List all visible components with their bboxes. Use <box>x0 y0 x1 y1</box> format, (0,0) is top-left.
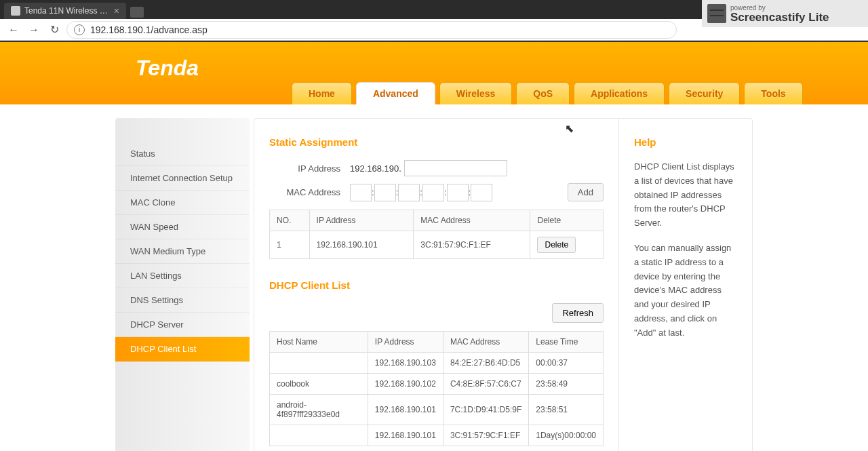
table-row: 192.168.190.1013C:91:57:9C:F1:EF1Day(s)0… <box>270 425 604 446</box>
table-row: 1192.168.190.1013C:91:57:9C:F1:EFDelete <box>270 231 604 259</box>
column-header: Lease Time <box>529 332 604 353</box>
ip-prefix: 192.168.190. <box>350 163 401 174</box>
sidebar: StatusInternet Connection SetupMAC Clone… <box>115 118 250 451</box>
main-panel: Static Assignment IP Address 192.168.190… <box>254 118 753 451</box>
mac-input-3[interactable] <box>398 184 420 201</box>
help-panel: Help DHCP Client List displays a list of… <box>619 119 752 451</box>
powered-by-text: powered by <box>730 5 829 12</box>
table-row: coolbook192.168.190.102C4:8E:8F:57:C6:C7… <box>270 374 604 395</box>
header-banner: Tenda HomeAdvancedWirelessQoSApplication… <box>0 41 868 104</box>
tenda-logo: Tenda <box>136 56 199 81</box>
main-content: Static Assignment IP Address 192.168.190… <box>254 119 619 451</box>
tab-advanced[interactable]: Advanced <box>356 82 435 104</box>
tab-home[interactable]: Home <box>292 82 352 104</box>
table-cell: 23:58:49 <box>529 374 604 395</box>
mac-input-2[interactable] <box>374 184 396 201</box>
dhcp-client-table: Host NameIP AddressMAC AddressLease Time… <box>269 331 604 446</box>
table-cell: 3C:91:57:9C:F1:EF <box>414 231 530 259</box>
sidebar-item-wan-medium-type[interactable]: WAN Medium Type <box>115 239 250 264</box>
sidebar-item-dns-settings[interactable]: DNS Settings <box>115 288 250 313</box>
delete-button[interactable]: Delete <box>537 237 576 253</box>
dhcp-list-title: DHCP Client List <box>269 279 604 291</box>
table-cell: 84:2E:27:B6:4D:D5 <box>443 353 528 374</box>
static-assignment-table: NO.IP AddressMAC AddressDelete 1192.168.… <box>269 210 604 259</box>
static-assignment-title: Static Assignment <box>269 136 604 148</box>
add-button[interactable]: Add <box>568 183 604 201</box>
table-cell: 192.168.190.102 <box>368 374 443 395</box>
table-row: 192.168.190.10384:2E:27:B6:4D:D500:00:37 <box>270 353 604 374</box>
table-cell: 1 <box>270 231 310 259</box>
table-cell: 192.168.190.101 <box>309 231 414 259</box>
url-text: 192.168.190.1/advance.asp <box>90 24 208 35</box>
refresh-button[interactable]: Refresh <box>552 303 604 323</box>
address-bar[interactable]: i 192.168.190.1/advance.asp <box>66 21 677 39</box>
new-tab-button[interactable] <box>130 7 144 18</box>
browser-tab[interactable]: Tenda 11N Wireless Rou × <box>4 3 126 19</box>
info-icon[interactable]: i <box>74 24 85 35</box>
table-cell: Delete <box>530 231 604 259</box>
tab-title: Tenda 11N Wireless Rou <box>24 6 108 16</box>
table-cell: 7C:1D:D9:41:D5:9F <box>443 395 528 425</box>
reload-button[interactable]: ↻ <box>46 22 62 38</box>
tab-tools[interactable]: Tools <box>744 82 802 104</box>
sidebar-item-dhcp-client-list[interactable]: DHCP Client List <box>115 337 250 361</box>
ip-address-input[interactable] <box>404 160 507 176</box>
column-header: Delete <box>530 210 604 231</box>
screencastify-brand: Screencastify Lite <box>730 12 829 23</box>
column-header: NO. <box>270 210 310 231</box>
help-paragraph-2: You can manually assign a static IP addr… <box>634 241 737 340</box>
close-tab-icon[interactable]: × <box>114 5 119 16</box>
sidebar-item-dhcp-server[interactable]: DHCP Server <box>115 313 250 337</box>
table-cell: android-4f897fff29333e0d <box>270 395 368 425</box>
table-row: android-4f897fff29333e0d192.168.190.1017… <box>270 395 604 425</box>
tab-wireless[interactable]: Wireless <box>439 82 512 104</box>
tab-qos[interactable]: QoS <box>516 82 570 104</box>
tab-applications[interactable]: Applications <box>574 82 665 104</box>
sidebar-item-status[interactable]: Status <box>115 142 250 166</box>
screencastify-icon <box>707 4 726 23</box>
column-header: Host Name <box>270 332 368 353</box>
main-tabs: HomeAdvancedWirelessQoSApplicationsSecur… <box>292 82 803 104</box>
table-cell: 192.168.190.101 <box>368 395 443 425</box>
back-button[interactable]: ← <box>5 22 22 38</box>
table-cell: 192.168.190.101 <box>368 425 443 446</box>
screencastify-overlay: powered by Screencastify Lite <box>702 0 868 27</box>
column-header: MAC Address <box>414 210 530 231</box>
table-cell <box>270 425 368 446</box>
column-header: IP Address <box>309 210 414 231</box>
help-paragraph-1: DHCP Client List displays a list of devi… <box>634 160 737 231</box>
favicon-icon <box>11 6 20 16</box>
mac-input-4[interactable] <box>422 184 444 201</box>
table-cell: 192.168.190.103 <box>368 353 443 374</box>
table-cell: C4:8E:8F:57:C6:C7 <box>443 374 528 395</box>
mac-input-5[interactable] <box>447 184 469 201</box>
column-header: MAC Address <box>443 332 528 353</box>
sidebar-item-mac-clone[interactable]: MAC Clone <box>115 191 250 215</box>
tab-security[interactable]: Security <box>669 82 740 104</box>
column-header: IP Address <box>368 332 443 353</box>
mac-input-1[interactable] <box>350 184 372 201</box>
forward-button[interactable]: → <box>26 22 42 38</box>
mac-address-label: MAC Address <box>269 187 340 197</box>
sidebar-item-lan-settings[interactable]: LAN Settings <box>115 264 250 288</box>
table-cell: 23:58:51 <box>529 395 604 425</box>
table-cell: coolbook <box>270 374 368 395</box>
table-cell <box>270 353 368 374</box>
mac-input-6[interactable] <box>471 184 492 201</box>
table-cell: 00:00:37 <box>529 353 604 374</box>
sidebar-item-wan-speed[interactable]: WAN Speed <box>115 215 250 239</box>
table-cell: 3C:91:57:9C:F1:EF <box>443 425 528 446</box>
ip-address-label: IP Address <box>269 163 340 174</box>
help-title: Help <box>634 136 737 148</box>
sidebar-item-internet-connection-setup[interactable]: Internet Connection Setup <box>115 166 250 191</box>
table-cell: 1Day(s)00:00:00 <box>529 425 604 446</box>
